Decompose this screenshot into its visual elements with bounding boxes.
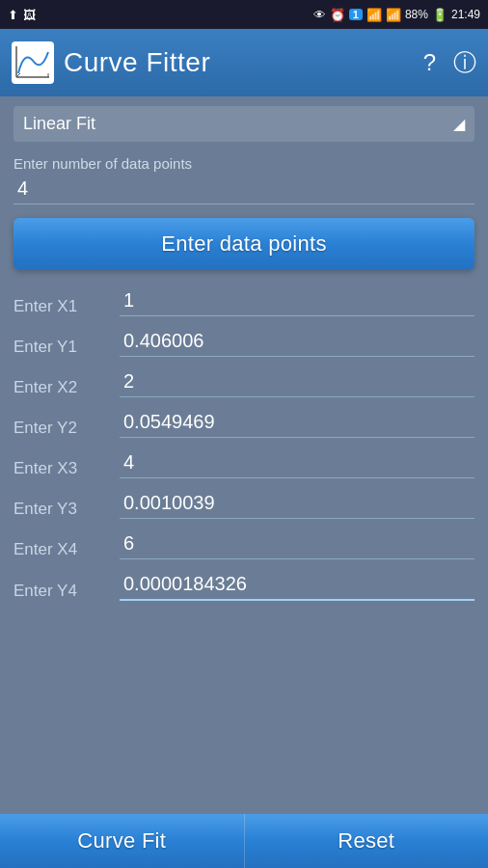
field-input-4[interactable]	[120, 449, 474, 478]
field-row: Enter X3	[14, 449, 474, 480]
field-row: Enter X4	[14, 530, 474, 561]
field-label-3: Enter Y2	[14, 419, 120, 438]
app-bar-actions: ? ⓘ	[423, 51, 476, 74]
field-input-0[interactable]	[120, 287, 474, 316]
bottom-bar: Curve Fit Reset	[0, 814, 488, 868]
time-display: 21:49	[451, 8, 480, 21]
num-points-section: Enter number of data points	[14, 155, 474, 204]
field-row: Enter Y1	[14, 328, 474, 359]
app-title: Curve Fitter	[64, 47, 210, 78]
field-input-6[interactable]	[120, 530, 474, 559]
field-row: Enter Y4	[14, 571, 474, 603]
image-icon: 🖼	[23, 8, 36, 22]
field-label-0: Enter X1	[14, 297, 120, 316]
main-content: Linear Fit ◢ Enter number of data points…	[0, 96, 488, 814]
field-label-5: Enter Y3	[14, 500, 120, 519]
num-points-label: Enter number of data points	[14, 155, 474, 172]
app-icon	[12, 41, 54, 84]
field-row: Enter X2	[14, 368, 474, 399]
fit-type-selector[interactable]: Linear Fit ◢	[14, 106, 474, 142]
battery-icon: 🔋	[432, 8, 447, 22]
signal-bars-icon: 📶	[366, 8, 382, 22]
field-row: Enter Y3	[14, 490, 474, 521]
alarm-icon: ⏰	[330, 8, 345, 22]
num-points-input-row	[14, 176, 474, 204]
curve-fit-button[interactable]: Curve Fit	[0, 814, 245, 868]
app-bar: Curve Fitter ? ⓘ	[0, 29, 488, 96]
status-left: ⬆ 🖼	[8, 8, 36, 22]
eye-icon: 👁	[313, 8, 326, 22]
help-button[interactable]: ?	[423, 51, 436, 74]
data-fields-section: Enter X1Enter Y1Enter X2Enter Y2Enter X3…	[14, 287, 474, 603]
field-label-7: Enter Y4	[14, 582, 120, 601]
signal-strength-icon: 📶	[386, 8, 401, 22]
enter-data-points-button[interactable]: Enter data points	[14, 218, 474, 270]
field-input-1[interactable]	[120, 328, 474, 357]
field-row: Enter X1	[14, 287, 474, 318]
field-label-6: Enter X4	[14, 540, 120, 559]
num-points-input[interactable]	[14, 176, 474, 204]
status-bar: ⬆ 🖼 👁 ⏰ 1 📶 📶 88% 🔋 21:49	[0, 0, 488, 29]
svg-rect-0	[14, 44, 51, 81]
field-input-2[interactable]	[120, 368, 474, 397]
field-input-7[interactable]	[120, 571, 474, 601]
field-label-1: Enter Y1	[14, 338, 120, 357]
fit-type-label: Linear Fit	[23, 114, 95, 134]
info-button[interactable]: ⓘ	[453, 51, 476, 74]
app-bar-left: Curve Fitter	[12, 41, 210, 84]
field-input-3[interactable]	[120, 409, 474, 438]
status-right: 👁 ⏰ 1 📶 📶 88% 🔋 21:49	[313, 8, 480, 22]
field-row: Enter Y2	[14, 409, 474, 440]
battery-percentage: 88%	[405, 8, 428, 21]
field-input-5[interactable]	[120, 490, 474, 519]
field-label-4: Enter X3	[14, 459, 120, 478]
usb-icon: ⬆	[8, 8, 18, 22]
notification-badge: 1	[349, 9, 363, 20]
dropdown-arrow-icon: ◢	[453, 115, 465, 133]
field-label-2: Enter X2	[14, 378, 120, 397]
reset-button[interactable]: Reset	[245, 814, 489, 868]
